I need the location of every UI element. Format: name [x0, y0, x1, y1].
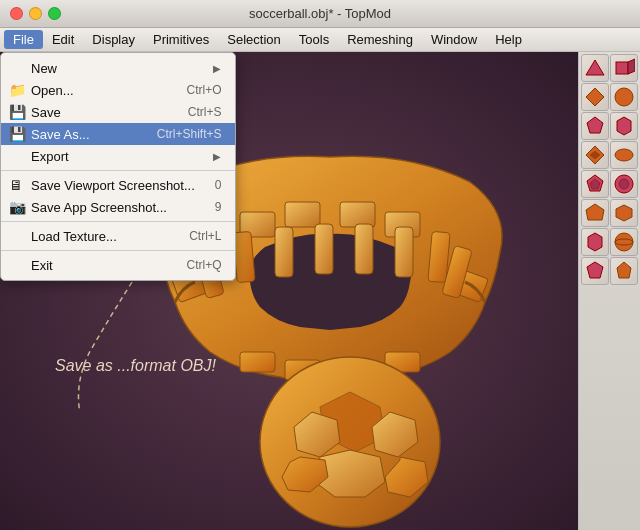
svg-point-38: [619, 179, 629, 189]
arrow-icon: ▶: [213, 63, 221, 74]
menu-window[interactable]: Window: [422, 30, 486, 49]
menu-tools[interactable]: Tools: [290, 30, 338, 49]
shape-icon-16[interactable]: [610, 257, 638, 285]
menu-bar: File Edit Display Primitives Selection T…: [0, 28, 640, 52]
toolbar-row-1: [581, 54, 638, 82]
svg-marker-28: [586, 88, 604, 106]
shape-icon-tetra[interactable]: [581, 54, 609, 82]
svg-rect-20: [315, 224, 333, 274]
toolbar-row-2: [581, 83, 638, 111]
export-arrow-icon: ▶: [213, 151, 221, 162]
load-texture-label: Load Texture...: [31, 229, 117, 244]
svg-rect-22: [395, 227, 413, 277]
svg-point-34: [615, 149, 633, 161]
open-label: Open...: [31, 83, 74, 98]
viewport-screenshot-shortcut: 0: [195, 178, 222, 192]
toolbar-row-8: [581, 257, 638, 285]
save-as-shortcut: Ctrl+Shift+S: [137, 127, 222, 141]
shape-icon-8[interactable]: [610, 141, 638, 169]
app-screenshot-label: Save App Screenshot...: [31, 200, 167, 215]
menu-item-app-screenshot[interactable]: 📷 Save App Screenshot... 9: [1, 196, 235, 218]
menu-selection[interactable]: Selection: [218, 30, 289, 49]
app-screenshot-shortcut: 9: [195, 200, 222, 214]
shape-icon-12[interactable]: [610, 199, 638, 227]
menu-help[interactable]: Help: [486, 30, 531, 49]
menu-item-exit[interactable]: Exit Ctrl+Q: [1, 254, 235, 276]
svg-point-29: [615, 88, 633, 106]
menu-item-new[interactable]: New ▶: [1, 57, 235, 79]
close-button[interactable]: [10, 7, 23, 20]
save-icon: 💾: [9, 104, 26, 120]
save-as-label: Save As...: [31, 127, 90, 142]
svg-marker-41: [588, 233, 602, 251]
shape-icon-13[interactable]: [581, 228, 609, 256]
menu-item-save-as[interactable]: 💾 Save As... Ctrl+Shift+S: [1, 123, 235, 145]
menu-item-open[interactable]: 📁 Open... Ctrl+O: [1, 79, 235, 101]
shape-icon-octa[interactable]: [581, 83, 609, 111]
svg-marker-27: [628, 59, 635, 74]
shape-icon-cube[interactable]: [610, 54, 638, 82]
toolbar-row-4: [581, 141, 638, 169]
save-shortcut: Ctrl+S: [168, 105, 222, 119]
divider-1: [1, 170, 235, 171]
svg-rect-21: [355, 224, 373, 274]
screenshot-icon: 🖥: [9, 177, 23, 193]
svg-marker-31: [617, 117, 631, 135]
maximize-button[interactable]: [48, 7, 61, 20]
open-shortcut: Ctrl+O: [166, 83, 221, 97]
svg-marker-25: [586, 60, 604, 75]
annotation-text: Save as ...format OBJ!: [55, 357, 216, 375]
folder-icon: 📁: [9, 82, 26, 98]
toolbar-row-6: [581, 199, 638, 227]
shape-icon-10[interactable]: [610, 170, 638, 198]
shape-icon-11[interactable]: [581, 199, 609, 227]
svg-marker-45: [617, 262, 631, 278]
shape-icon-9[interactable]: [581, 170, 609, 198]
svg-rect-26: [616, 62, 628, 74]
shape-icon-5[interactable]: [581, 112, 609, 140]
divider-3: [1, 250, 235, 251]
main-area: Save as ...format OBJ! New ▶ 📁 Open... C…: [0, 52, 640, 530]
shape-icon-15[interactable]: [581, 257, 609, 285]
divider-2: [1, 221, 235, 222]
new-label: New: [31, 61, 57, 76]
svg-marker-44: [587, 262, 603, 278]
window-controls[interactable]: [10, 7, 61, 20]
toolbar-row-3: [581, 112, 638, 140]
shape-icon-14[interactable]: [610, 228, 638, 256]
svg-marker-40: [616, 205, 632, 221]
window-title: soccerball.obj* - TopMod: [249, 6, 391, 21]
save-label: Save: [31, 105, 61, 120]
save-as-icon: 💾: [9, 126, 26, 142]
svg-rect-6: [240, 352, 275, 372]
menu-item-export[interactable]: Export ▶: [1, 145, 235, 167]
viewport: Save as ...format OBJ! New ▶ 📁 Open... C…: [0, 52, 578, 530]
minimize-button[interactable]: [29, 7, 42, 20]
menu-display[interactable]: Display: [83, 30, 144, 49]
svg-rect-1: [285, 202, 320, 227]
menu-item-viewport-screenshot[interactable]: 🖥 Save Viewport Screenshot... 0: [1, 174, 235, 196]
shape-icon-sphere[interactable]: [610, 83, 638, 111]
shape-icon-7[interactable]: [581, 141, 609, 169]
exit-shortcut: Ctrl+Q: [166, 258, 221, 272]
menu-file[interactable]: File: [4, 30, 43, 49]
load-texture-shortcut: Ctrl+L: [169, 229, 221, 243]
svg-rect-19: [275, 227, 293, 277]
menu-remeshing[interactable]: Remeshing: [338, 30, 422, 49]
menu-edit[interactable]: Edit: [43, 30, 83, 49]
svg-rect-18: [233, 231, 255, 282]
menu-item-save[interactable]: 💾 Save Ctrl+S: [1, 101, 235, 123]
toolbar-row-7: [581, 228, 638, 256]
menu-primitives[interactable]: Primitives: [144, 30, 218, 49]
toolbar-row-5: [581, 170, 638, 198]
viewport-screenshot-label: Save Viewport Screenshot...: [31, 178, 195, 193]
toolbar-right: [578, 52, 640, 530]
title-bar: soccerball.obj* - TopMod: [0, 0, 640, 28]
shape-icon-6[interactable]: [610, 112, 638, 140]
file-menu-dropdown: New ▶ 📁 Open... Ctrl+O 💾 Save Ctrl+S 💾 S…: [0, 52, 236, 281]
export-label: Export: [31, 149, 69, 164]
menu-item-load-texture[interactable]: Load Texture... Ctrl+L: [1, 225, 235, 247]
exit-label: Exit: [31, 258, 53, 273]
app-screenshot-icon: 📷: [9, 199, 26, 215]
svg-rect-2: [340, 202, 375, 227]
